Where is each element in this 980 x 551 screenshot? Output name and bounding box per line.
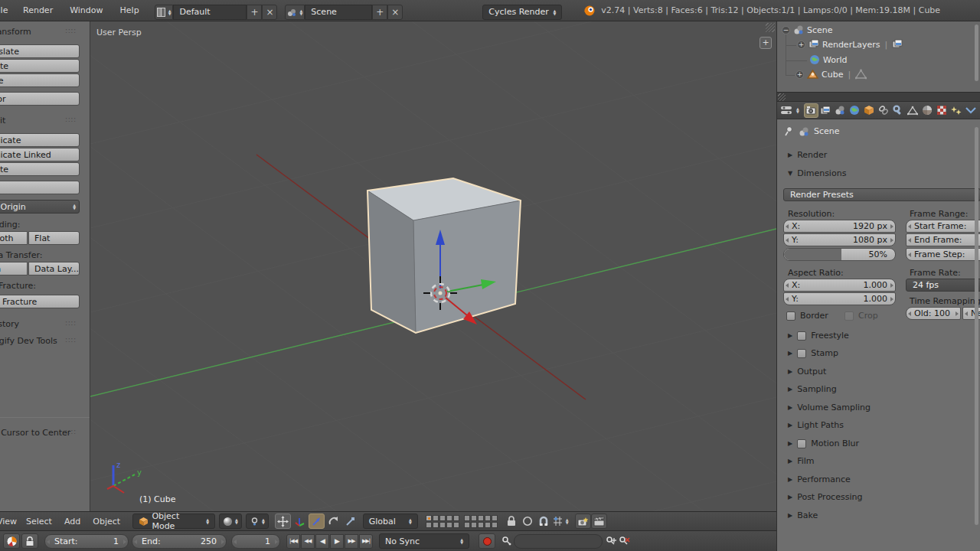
delete-keyframe-icon[interactable] [619,536,630,546]
tab-world[interactable] [848,103,862,118]
opengl-render-anim-button[interactable] [591,514,607,529]
previous-keyframe-button[interactable]: ◀◀ [301,534,315,549]
render-presets-menu[interactable]: Render Presets [783,188,980,201]
opengl-render-button[interactable] [575,514,591,529]
delete-screen-button[interactable]: × [262,5,277,20]
menu-file[interactable]: File [0,0,12,21]
tab-physics[interactable] [964,103,978,118]
insert-keyframe-icon[interactable] [606,536,617,546]
resolution-x-field[interactable]: X:1920 px [783,220,896,233]
panel-header-history[interactable]: History:::: [0,315,80,332]
properties-scrollbar[interactable] [975,127,978,525]
jump-to-start-button[interactable]: |◀◀ [286,534,300,549]
delete-button[interactable]: Delete [0,162,80,176]
tab-material[interactable] [920,103,935,118]
panel-header-rigify-dev-tools[interactable]: Rigify Dev Tools:::: [0,332,80,349]
scene-browse[interactable]: ▲▼ [285,5,305,20]
expand-icon[interactable]: + [797,41,805,49]
panel-header-freestyle[interactable]: ▶Freestyle [788,331,849,341]
menu-add[interactable]: Add [58,517,87,527]
aspect-x-field[interactable]: X:1.000 [783,279,896,292]
sync-mode-selector[interactable]: No Sync ▲▼ [379,533,469,549]
translate-manipulator-button[interactable] [309,514,325,529]
translate-button[interactable]: Translate [0,44,80,58]
jump-to-end-button[interactable]: ▶▶| [359,534,373,549]
screen-layout-browse[interactable]: ▲▼ [155,5,174,20]
menu-render[interactable]: Render [18,0,57,21]
pin-icon[interactable] [783,126,794,137]
collapse-icon[interactable]: − [782,26,790,34]
tab-particles[interactable] [949,103,964,118]
stamp-checkbox[interactable] [797,349,806,358]
mirror-button[interactable]: Mirror [0,92,80,106]
frame-rate-menu[interactable]: 24 fps [906,279,980,292]
record-button[interactable] [479,533,495,549]
outliner-row-world[interactable]: World [809,54,848,65]
delete-scene-button[interactable]: × [387,5,403,20]
panel-header-motion-blur[interactable]: ▶Motion Blur [788,439,859,448]
cube-object[interactable] [368,178,521,333]
pivot-selector[interactable]: ▲▼ [246,514,269,529]
menu-view[interactable]: View [0,517,20,527]
panel-header-transform[interactable]: Transform:::: [0,23,80,40]
panel-header-film[interactable]: ▶Film [788,456,815,466]
area-resize-corner[interactable] [766,23,775,32]
panel-header-performance[interactable]: ▶Performance [788,474,851,484]
rotate-button[interactable]: Rotate [0,59,80,73]
snap-toggle[interactable] [536,514,552,529]
menu-select[interactable]: Select [20,517,58,527]
screen-name-field[interactable]: Default [173,5,247,20]
shade-smooth-button[interactable]: Smooth [0,231,28,245]
menu-object[interactable]: Object [87,517,126,527]
add-screen-button[interactable]: + [247,5,262,20]
panel-header-dimensions[interactable]: ▼Dimensions [788,168,846,178]
area-resize-corner[interactable] [778,93,786,101]
crop-checkbox[interactable] [844,311,854,321]
frame-step-field[interactable]: Frame Step: [906,248,980,261]
properties-region-toggle[interactable]: + [760,37,772,49]
tab-modifiers[interactable] [891,103,906,118]
panel-header-stamp[interactable]: ▶Stamp [788,348,838,358]
panel-header-volume-sampling[interactable]: ▶Volume Sampling [788,403,871,412]
active-keying-set-field[interactable] [514,534,603,549]
snap-element-selector[interactable]: ▲▼ [552,516,569,527]
layers-group-1[interactable] [426,515,459,528]
end-frame-field[interactable]: End Frame: [906,233,980,246]
manipulator-axes-icon-button[interactable] [292,514,308,529]
data-button[interactable]: Data [0,262,28,276]
outliner-row-renderlayers[interactable]: + RenderLayers | [797,39,903,50]
scale-button[interactable]: Scale [0,73,80,87]
end-frame-field[interactable]: End: 250 [132,534,227,549]
proportional-edit-selector[interactable] [520,514,536,529]
current-frame-field[interactable]: 1 [231,534,280,549]
panel-header-light-paths[interactable]: ▶Light Paths [788,420,844,430]
duplicate-linked-button[interactable]: Duplicate Linked [0,148,80,161]
data-layout-button[interactable]: Data Lay... [28,262,80,276]
cell-fracture-button[interactable]: Cell Fracture [0,295,80,308]
editor-type-selector[interactable]: ▲▼ [780,105,799,116]
play-button[interactable]: ▶ [330,534,344,549]
shade-flat-button[interactable]: Flat [28,231,80,245]
panel-grip[interactable]: :::: [65,28,77,34]
join-button[interactable]: Join [0,181,80,194]
scene-lock-toggle[interactable] [504,514,520,529]
play-reverse-button[interactable]: ◀ [315,534,329,549]
panel-header-output[interactable]: ▶Output [788,367,826,377]
render-engine-selector[interactable]: Cycles Render ▲▼ [482,5,562,20]
panel-header-post-processing[interactable]: ▶Post Processing [788,492,862,502]
tab-object[interactable] [862,103,877,118]
viewport-3d[interactable]: User Persp z y (1) Cube + [90,21,776,511]
resolution-y-field[interactable]: Y:1080 px [783,233,896,246]
frame-lock-toggle[interactable] [21,533,38,549]
manipulator-toggle[interactable] [275,514,291,529]
rotate-manipulator-button[interactable] [325,514,341,529]
mode-selector[interactable]: Object Mode ▲▼ [132,514,215,529]
menu-window[interactable]: Window [65,0,107,21]
expand-icon[interactable]: + [795,70,804,79]
start-frame-field[interactable]: Start: 1 [44,534,129,549]
tab-scene[interactable] [833,103,848,118]
panel-grip[interactable]: :::: [65,337,77,344]
outliner-scrollbar[interactable] [975,24,978,81]
tab-texture[interactable] [935,103,949,118]
outliner-row-scene[interactable]: − Scene [782,24,833,35]
